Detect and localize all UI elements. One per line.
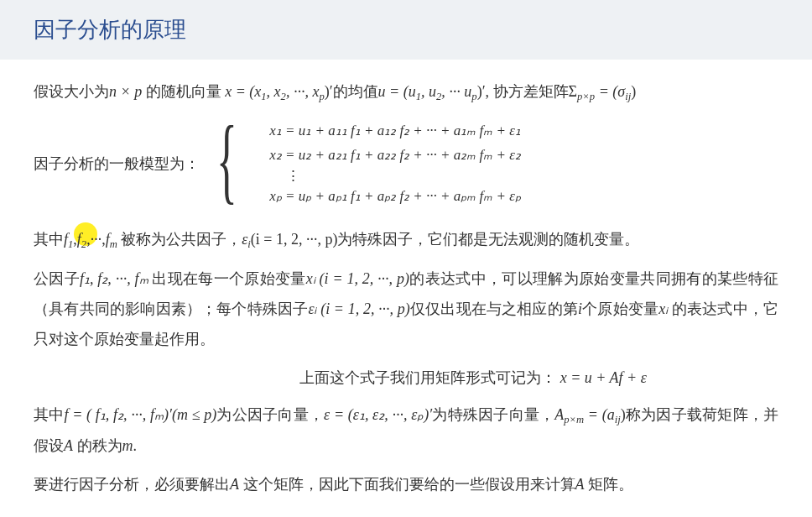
math-xvec: x = (x1, x2, ···, xp)′	[225, 83, 332, 100]
text: 的随机向量	[142, 83, 225, 100]
highlight-f2: f2,···,	[77, 224, 106, 255]
vdots-icon: ⋮	[269, 170, 521, 182]
text: 协方差矩阵	[493, 83, 569, 100]
math-A2: A	[64, 437, 73, 454]
math-xi2: xᵢ	[658, 300, 668, 317]
text: 个原始变量	[582, 300, 658, 317]
equation-1: x₁ = u₁ + a₁₁ f₁ + a₁₂ f₂ + ··· + a₁ₘ fₘ…	[269, 120, 521, 142]
math-np: n × p	[109, 83, 142, 100]
math-epsvec: ε = (ε₁, ε₂, ···, εₚ)′	[324, 406, 432, 423]
math-A: Ap×m = (aij)	[554, 406, 626, 423]
math-A-solve: A	[230, 476, 239, 493]
math-sigma: Σp×p = (σij)	[569, 83, 637, 100]
document-body: 假设大小为n × p 的随机向量 x = (x1, x2, ···, xp)′的…	[0, 60, 812, 517]
text: 假设大小为	[34, 83, 109, 100]
text: 上面这个式子我们用矩阵形式可记为：	[299, 369, 556, 386]
math-matrix-eq: x = u + Af + ε	[560, 369, 647, 386]
text: 其中	[34, 406, 64, 423]
paragraph-common-factor: 其中f1,f2,···,fm 被称为公共因子，εi(i = 1, 2, ···,…	[34, 224, 778, 255]
text: 为特殊因子向量，	[432, 406, 554, 423]
text: 其中	[34, 231, 64, 248]
math-fvec: f = ( f₁, f₂, ···, fₘ)′(m ≤ p)	[64, 406, 216, 423]
text: 出现在每一个原始变量	[148, 270, 306, 287]
text: 为公因子向量，	[216, 406, 324, 423]
math-eps-i: εᵢ (i = 1, 2, ···, p)	[308, 300, 409, 317]
text: 为特殊因子，它们都是无法观测的随机变量。	[337, 231, 639, 248]
paragraph-explanation: 公因子f₁, f₂, ···, fₘ 出现在每一个原始变量xᵢ (i = 1, …	[34, 264, 778, 354]
paragraph-vectors: 其中f = ( f₁, f₂, ···, fₘ)′(m ≤ p)为公因子向量，ε…	[34, 400, 778, 461]
text: 的秩为	[73, 437, 122, 454]
math-f1: f1	[64, 231, 73, 248]
math-uvec: u = (u1, u2, ··· up)′,	[378, 83, 493, 100]
brace-icon: {	[216, 117, 237, 204]
text: 公因子	[34, 270, 80, 287]
text: .	[133, 437, 138, 454]
math-A-solve2: A	[575, 476, 585, 493]
text: 被称为公共因子，	[117, 231, 242, 248]
equation-system: x₁ = u₁ + a₁₁ f₁ + a₁₂ f₂ + ··· + a₁ₘ fₘ…	[269, 120, 521, 207]
text: 要进行因子分析，必须要解出	[34, 476, 230, 493]
math-fm: fm	[106, 231, 117, 248]
page-title: 因子分析的原理	[0, 0, 812, 60]
math-m: m	[122, 437, 133, 454]
math-epsi: εi(i = 1, 2, ···, p)	[242, 231, 337, 248]
equation-2: x₂ = u₂ + a₂₁ f₁ + a₂₂ f₂ + ··· + a₂ₘ fₘ…	[269, 144, 521, 166]
paragraph-assumption: 假设大小为n × p 的随机向量 x = (x1, x2, ···, xp)′的…	[34, 76, 778, 107]
text: 仅仅出现在与之相应的第	[410, 300, 578, 317]
text: 矩阵。	[585, 476, 634, 493]
watermark: https://blog.csdn.net/weixin_46130146	[647, 511, 804, 517]
paragraph-solve: 要进行因子分析，必须要解出A 这个矩阵，因此下面我们要给的一些假设用来计算A 矩…	[34, 469, 778, 499]
model-label: 因子分析的一般模型为：	[34, 149, 200, 179]
model-equations: 因子分析的一般模型为： { x₁ = u₁ + a₁₁ f₁ + a₁₂ f₂ …	[34, 120, 778, 207]
equation-p: xₚ = uₚ + aₚ₁ f₁ + aₚ₂ f₂ + ··· + aₚₘ fₘ…	[269, 185, 521, 207]
text: 的均值	[333, 83, 378, 100]
paragraph-matrix-form: 上面这个式子我们用矩阵形式可记为： x = u + Af + ε	[34, 363, 778, 393]
text: 这个矩阵，因此下面我们要给的一些假设用来计算	[239, 476, 575, 493]
math-flist: f₁, f₂, ···, fₘ	[80, 270, 148, 287]
math-xi: xᵢ (i = 1, 2, ···, p)	[306, 270, 409, 287]
